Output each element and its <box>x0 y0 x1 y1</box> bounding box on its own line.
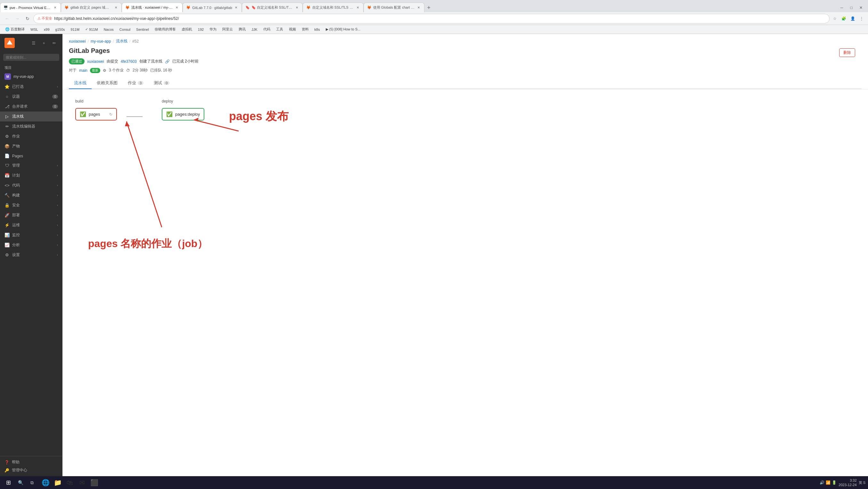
sidebar-item-plan[interactable]: 📅 计划 › <box>0 171 62 180</box>
maximize-button[interactable]: □ <box>847 3 856 12</box>
sidebar-item-security[interactable]: 🔒 安全 › <box>0 200 62 210</box>
bookmark-code[interactable]: 代码 <box>261 26 273 32</box>
tab-close-pipeline[interactable]: ✕ <box>175 5 179 10</box>
taskbar-terminal[interactable]: ⬛ <box>88 477 100 488</box>
bookmark-video[interactable]: 视频 <box>286 26 299 32</box>
tab-close-globals[interactable]: ✕ <box>416 5 421 10</box>
sidebar-item-issues[interactable]: ○ 议题 0 <box>0 92 62 101</box>
tray-icon-1[interactable]: 🔊 <box>819 480 825 485</box>
taskbar-clock[interactable]: 3:32 2023-12-24 <box>839 478 857 487</box>
author-link[interactable]: xuxiaowei <box>87 59 104 64</box>
sidebar-item-pages[interactable]: 📄 Pages <box>0 151 62 160</box>
breadcrumb-pipeline[interactable]: 流水线 <box>116 38 127 44</box>
sidebar-search-input[interactable] <box>3 54 59 61</box>
bookmark-huawei[interactable]: 华为 <box>207 26 219 32</box>
tab-pipeline[interactable]: 流水线 <box>69 78 92 89</box>
taskbar-mail[interactable]: ✉ <box>76 477 88 488</box>
star-button[interactable]: ☆ <box>831 15 839 23</box>
sidebar-item-monitor[interactable]: 📊 监控 › <box>0 230 62 240</box>
bookmark-k8s[interactable]: k8s <box>312 27 322 32</box>
tab-globals[interactable]: 🦊 使用 Globals 配置 chart | 极... ✕ <box>364 3 424 12</box>
activity-button[interactable]: ✏ <box>50 39 58 47</box>
branch-link[interactable]: main <box>79 68 88 73</box>
sidebar-item-starred[interactable]: ⭐ 已打选 › <box>0 82 62 92</box>
tab-close-gitlab-pages[interactable]: ✕ <box>114 5 118 10</box>
sidebar-item-analytics[interactable]: 📈 分析 › <box>0 240 62 250</box>
tab-gitlab-version[interactable]: 🦊 GitLab 7.7.0 · gitlab/gitlab ✕ <box>183 3 242 12</box>
sidebar-item-manage[interactable]: 🛡 管理 › <box>0 160 62 171</box>
close-button[interactable]: ✕ <box>857 3 865 12</box>
address-bar[interactable]: ⚠ 不安全 https://gitlab.test.helm.xuxiaowei… <box>33 14 830 23</box>
help-button[interactable]: ❓ 帮助 <box>4 460 58 465</box>
tab-tests[interactable]: 测试 0 <box>149 78 175 89</box>
back-button[interactable]: ← <box>3 14 11 23</box>
breadcrumb-user[interactable]: xuxiaowei <box>69 39 86 43</box>
new-tab-button[interactable]: + <box>424 3 433 12</box>
pages-job-refresh-icon[interactable]: ↻ <box>109 112 113 117</box>
bookmark-wsl[interactable]: WSL <box>28 27 41 32</box>
taskbar-store[interactable]: 🛍 <box>64 477 75 488</box>
tab-pve[interactable]: 🖥️ pve - Proxmox Virtual Enviro... ✕ <box>0 3 61 12</box>
sidebar-item-pipeline[interactable]: ▷ 流水线 <box>0 112 62 121</box>
bookmark-jjk[interactable]: JJK <box>249 27 260 32</box>
bookmark-baidu[interactable]: 🌐百度翻译 <box>3 26 27 32</box>
forward-button[interactable]: → <box>13 14 22 23</box>
tray-icon-2[interactable]: 📶 <box>826 480 831 485</box>
extensions-button[interactable]: 🧩 <box>840 15 847 23</box>
taskbar-search-icon[interactable]: 🔍 <box>16 478 26 488</box>
bookmark-911m[interactable]: 911M <box>68 27 82 32</box>
bookmark-x99[interactable]: x99 <box>41 27 52 32</box>
sidebar-item-merge[interactable]: ⎇ 合并请求 0 <box>0 101 62 112</box>
bookmark-video2[interactable]: ▶ (5) [008] How to S... <box>323 27 363 32</box>
tab-bookmark-ssl[interactable]: 🔖 🔖 自定义域名和 SSL/TLS 证书 |... ✕ <box>242 3 303 12</box>
bookmark-consul[interactable]: Consul <box>117 27 133 32</box>
taskbar-edge[interactable]: 🌐 <box>40 477 51 488</box>
create-button[interactable]: + <box>40 39 48 47</box>
reload-button[interactable]: ↻ <box>23 14 32 23</box>
tab-gitlab-pages[interactable]: 🦊 gitlab 自定义 pages 域名 和 S... ✕ <box>61 3 122 12</box>
tab-ssl2[interactable]: 🦊 自定义域名和 SSL/TLS 证书 |... ✕ <box>303 3 364 12</box>
tab-close-ssl[interactable]: ✕ <box>295 5 299 10</box>
sidebar-item-pipeline-editor[interactable]: ✏ 流水线编辑器 <box>0 121 62 131</box>
bookmark-blog[interactable]: 徐晓伟的博客 <box>152 26 178 32</box>
tab-pipeline[interactable]: 🦊 流水线 · xuxiaowei / my-vue... ✕ <box>122 3 183 12</box>
tab-dependency[interactable]: 依赖关系图 <box>92 78 123 89</box>
bookmark-aliyun[interactable]: 阿里云 <box>220 26 236 32</box>
tab-close-ssl2[interactable]: ✕ <box>355 5 360 10</box>
language-indicator[interactable]: 英 S <box>859 480 865 485</box>
taskbar-explorer[interactable]: 📁 <box>52 477 63 488</box>
start-button[interactable]: ⊞ <box>3 477 14 488</box>
bookmark-nacos[interactable]: Nacos <box>101 27 116 32</box>
delete-button[interactable]: 删除 <box>839 49 855 57</box>
sidebar-item-jobs[interactable]: ⚙ 作业 <box>0 131 62 141</box>
pages-deploy-job-card[interactable]: ✅ pages:deploy <box>162 108 204 121</box>
tab-jobs[interactable]: 作业 3 <box>123 78 149 89</box>
breadcrumb-project[interactable]: my-vue-app <box>91 39 111 43</box>
bookmark-192[interactable]: 192 <box>195 27 206 32</box>
minimize-button[interactable]: ─ <box>837 3 846 12</box>
profile-button[interactable]: 👤 <box>849 15 857 23</box>
bookmark-sentinel[interactable]: Sentinel <box>133 27 152 32</box>
bookmark-data[interactable]: 资料 <box>299 26 311 32</box>
menu-button[interactable]: ⋮ <box>858 15 865 23</box>
sidebar-search[interactable] <box>0 52 62 63</box>
bookmark-todo[interactable]: ✓911M <box>83 27 100 32</box>
bookmark-tencent[interactable]: 腾讯 <box>236 26 248 32</box>
sidebar-toggle-button[interactable]: ☰ <box>30 39 37 47</box>
commit-hash-link[interactable]: 4fe37603 <box>121 59 137 64</box>
taskbar-task-view[interactable]: ⧉ <box>27 478 37 488</box>
sidebar-item-settings[interactable]: ⚙ 设置 › <box>0 250 62 260</box>
sidebar-item-ops[interactable]: ⚡ 运维 › <box>0 220 62 230</box>
bookmark-vm[interactable]: 虚拟机 <box>179 26 195 32</box>
sidebar-item-artifacts[interactable]: 📦 产物 <box>0 141 62 151</box>
admin-center-button[interactable]: 🔑 管理中心 <box>4 467 58 473</box>
bookmark-tools[interactable]: 工具 <box>274 26 286 32</box>
sidebar-item-build[interactable]: 🔨 构建 › <box>0 190 62 200</box>
sidebar-item-code[interactable]: <> 代码 › <box>0 180 62 190</box>
bookmark-g150s[interactable]: g150s <box>53 27 68 32</box>
gitlab-logo-icon[interactable] <box>4 38 15 48</box>
tab-close-gitlab-version[interactable]: ✕ <box>234 5 238 10</box>
sidebar-item-deploy[interactable]: 🚀 部署 › <box>0 210 62 220</box>
pages-job-card[interactable]: ✅ pages ↻ <box>75 108 117 121</box>
tray-icon-3[interactable]: 🔋 <box>832 480 837 485</box>
